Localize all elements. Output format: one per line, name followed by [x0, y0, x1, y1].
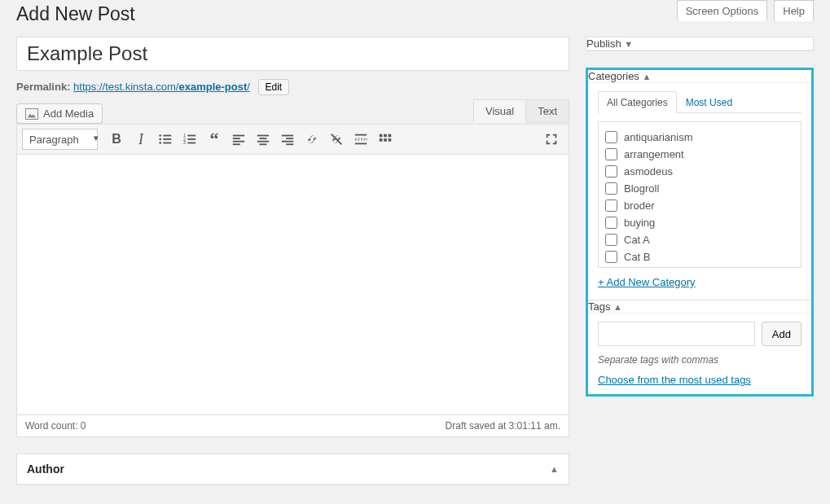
- publish-box-header[interactable]: Publish ▼: [586, 37, 813, 50]
- choose-tags-link[interactable]: Choose from the most used tags: [598, 374, 751, 386]
- svg-point-2: [159, 138, 161, 141]
- tags-box-header[interactable]: Tags ▲: [588, 300, 811, 313]
- editor-tab-visual[interactable]: Visual: [473, 99, 526, 123]
- tag-input[interactable]: [598, 322, 755, 346]
- svg-point-4: [159, 142, 161, 144]
- category-list[interactable]: antiquarianism arrangement asmodeus Blog…: [598, 121, 801, 268]
- category-checkbox[interactable]: [605, 251, 617, 263]
- category-checkbox[interactable]: [605, 182, 617, 195]
- bullet-list-icon[interactable]: [153, 128, 178, 151]
- svg-rect-32: [384, 138, 387, 142]
- align-right-icon[interactable]: [275, 128, 300, 151]
- svg-rect-19: [260, 143, 267, 145]
- post-title-input[interactable]: [16, 37, 569, 71]
- read-more-icon[interactable]: [349, 128, 373, 151]
- svg-rect-18: [257, 141, 269, 142]
- category-item[interactable]: antiquarianism: [605, 129, 794, 146]
- category-item[interactable]: arrangement: [605, 146, 794, 163]
- svg-rect-7: [187, 135, 195, 137]
- svg-rect-1: [163, 135, 171, 137]
- svg-rect-12: [233, 135, 244, 137]
- author-box: Author ▲: [16, 454, 569, 485]
- align-left-icon[interactable]: [226, 128, 251, 151]
- italic-icon[interactable]: I: [129, 128, 153, 151]
- collapse-icon: ▲: [550, 464, 559, 474]
- category-item[interactable]: Blogroll: [605, 180, 794, 197]
- quote-icon[interactable]: “: [202, 128, 226, 151]
- categories-box: Categories ▲ All Categories Most Used an…: [588, 70, 811, 300]
- svg-rect-14: [233, 141, 244, 142]
- categories-tab-most-used[interactable]: Most Used: [677, 91, 741, 113]
- permalink-link[interactable]: https://test.kinsta.com/example-post/: [73, 81, 250, 93]
- category-checkbox[interactable]: [605, 199, 617, 212]
- editor-toolbar: Paragraph B I 123 “: [16, 124, 569, 155]
- help-button[interactable]: Help: [774, 0, 814, 21]
- svg-text:3: 3: [183, 140, 186, 145]
- link-icon[interactable]: [300, 128, 324, 151]
- category-checkbox[interactable]: [605, 131, 617, 143]
- collapse-icon: ▲: [613, 302, 622, 312]
- publish-box: Publish ▼: [586, 37, 814, 51]
- category-item[interactable]: Cat A: [605, 231, 794, 248]
- svg-rect-11: [187, 142, 195, 144]
- author-box-header[interactable]: Author ▲: [17, 454, 569, 484]
- add-category-link[interactable]: + Add New Category: [598, 268, 801, 291]
- tag-hint: Separate tags with commas: [598, 346, 801, 374]
- svg-rect-21: [286, 138, 293, 139]
- categories-box-header[interactable]: Categories ▲: [588, 70, 811, 83]
- editor-content[interactable]: [16, 155, 569, 415]
- format-select[interactable]: Paragraph: [22, 129, 98, 150]
- svg-rect-25: [355, 134, 367, 136]
- svg-rect-3: [163, 138, 171, 140]
- svg-rect-33: [389, 138, 392, 142]
- svg-rect-5: [163, 142, 171, 144]
- category-item[interactable]: asmodeus: [605, 163, 794, 180]
- screen-options-button[interactable]: Screen Options: [677, 0, 768, 21]
- svg-rect-13: [233, 138, 240, 139]
- align-center-icon[interactable]: [251, 128, 275, 151]
- svg-rect-31: [380, 138, 383, 142]
- svg-rect-20: [282, 135, 293, 137]
- permalink-row: Permalink: https://test.kinsta.com/examp…: [16, 71, 569, 103]
- svg-rect-28: [380, 134, 383, 138]
- expand-icon: ▼: [624, 39, 633, 49]
- editor-tab-text[interactable]: Text: [525, 99, 569, 123]
- unlink-icon[interactable]: [324, 128, 349, 151]
- svg-rect-17: [260, 138, 267, 139]
- svg-rect-16: [257, 135, 269, 137]
- category-checkbox[interactable]: [605, 217, 617, 229]
- add-tag-button[interactable]: Add: [762, 322, 801, 346]
- svg-rect-27: [355, 143, 367, 145]
- svg-point-0: [159, 134, 161, 137]
- bold-icon[interactable]: B: [104, 128, 129, 151]
- category-item[interactable]: buying: [605, 214, 794, 231]
- word-count: Word count: 0: [25, 420, 86, 432]
- category-checkbox[interactable]: [605, 148, 617, 160]
- number-list-icon[interactable]: 123: [178, 128, 202, 151]
- category-checkbox[interactable]: [605, 234, 617, 246]
- collapse-icon: ▲: [643, 72, 652, 81]
- svg-rect-30: [389, 134, 392, 138]
- svg-rect-15: [233, 143, 240, 145]
- tags-box: Tags ▲ Add Separate tags with commas Cho…: [588, 300, 811, 394]
- fullscreen-icon[interactable]: [539, 128, 564, 151]
- svg-rect-29: [384, 134, 387, 138]
- category-checkbox[interactable]: [605, 165, 617, 177]
- editor-status-bar: Word count: 0 Draft saved at 3:01:11 am.: [16, 415, 569, 437]
- category-item[interactable]: Cat B: [605, 248, 794, 265]
- svg-rect-22: [282, 141, 293, 142]
- svg-rect-26: [355, 138, 367, 140]
- toolbar-toggle-icon[interactable]: [373, 128, 397, 151]
- svg-rect-9: [187, 138, 195, 140]
- edit-slug-button[interactable]: Edit: [258, 79, 290, 95]
- taxonomy-highlight: Categories ▲ All Categories Most Used an…: [586, 68, 814, 397]
- permalink-label: Permalink:: [16, 81, 70, 93]
- svg-rect-23: [286, 143, 293, 145]
- category-item[interactable]: broder: [605, 197, 794, 214]
- draft-saved: Draft saved at 3:01:11 am.: [446, 420, 560, 432]
- categories-tab-all[interactable]: All Categories: [598, 91, 677, 113]
